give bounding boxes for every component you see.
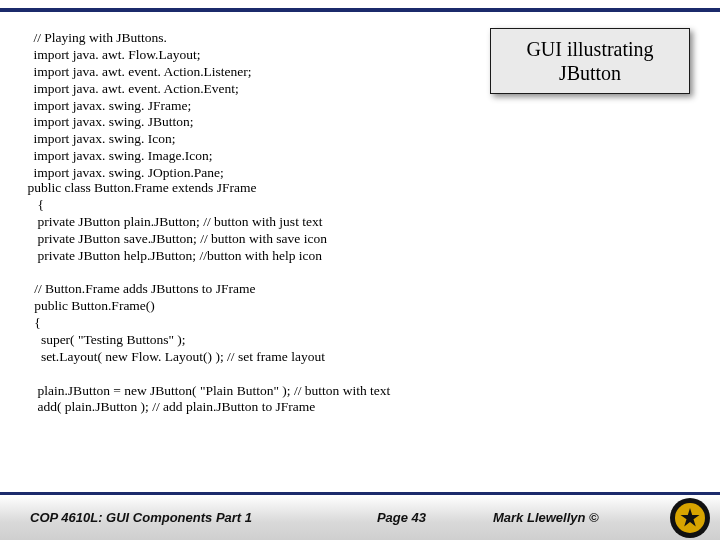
code-body: public class Button.Frame extends JFrame… (24, 180, 690, 416)
title-line-2: JButton (497, 61, 683, 85)
footer-left: COP 4610L: GUI Components Part 1 (0, 510, 310, 525)
ucf-logo-icon (668, 496, 712, 540)
top-rule (0, 8, 720, 12)
footer-center: Page 43 (310, 510, 493, 525)
title-box: GUI illustrating JButton (490, 28, 690, 94)
footer-right: Mark Llewellyn © (493, 510, 668, 525)
title-line-1: GUI illustrating (497, 37, 683, 61)
code-imports: // Playing with JButtons. import java. a… (30, 30, 460, 182)
footer: COP 4610L: GUI Components Part 1 Page 43… (0, 492, 720, 540)
